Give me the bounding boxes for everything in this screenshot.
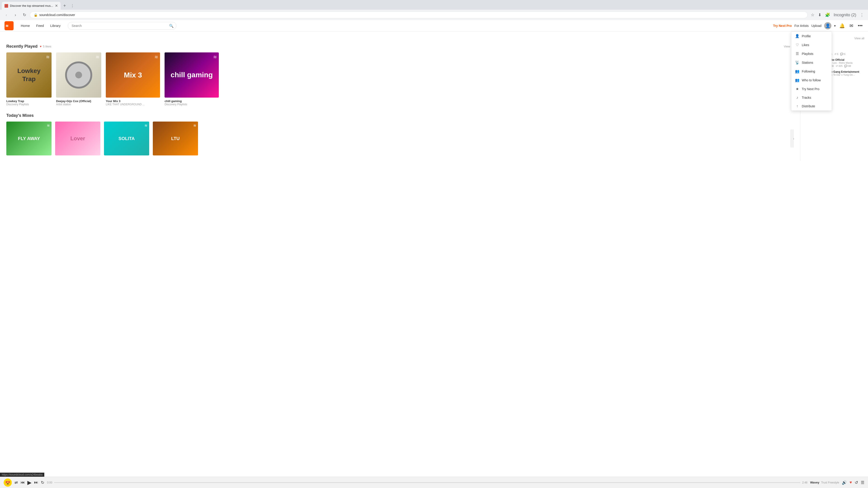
download-button[interactable]: ⬇ <box>817 11 823 19</box>
todays-mixes-title: Today's Mixes <box>6 113 34 118</box>
player-right: Wavey Trust Freestyle 🔊 ♥ ↺ ☰ <box>810 480 864 485</box>
recently-played-grid: Lowkey Trap ≋ Lowkey Trap Discovery Play… <box>6 53 794 106</box>
notifications-button[interactable]: 🔔 <box>838 22 846 29</box>
sc-header: ≋ Home Feed Library 🔍 Try Next Pro For A… <box>0 20 868 31</box>
mix-card-flyaway[interactable]: FLY AWAY ≋ <box>6 122 52 156</box>
dropdown-try-next-pro[interactable]: ★ Try Next Pro <box>792 85 832 93</box>
nav-library[interactable]: Library <box>48 22 63 29</box>
deejay-disc <box>65 61 92 89</box>
card-lowkey-trap[interactable]: Lowkey Trap ≋ Lowkey Trap Discovery Play… <box>6 53 52 106</box>
card-chill-gaming[interactable]: chill gaming ≋ chill gaming Discovery Pl… <box>164 53 219 106</box>
playlists-icon: ☰ <box>795 52 800 56</box>
search-input[interactable] <box>68 22 176 30</box>
security-icon: 🔒 <box>34 13 37 17</box>
tab-extras: ⋮ <box>70 3 75 9</box>
lover-text: Lover <box>70 135 85 142</box>
dropdown-who-to-follow[interactable]: 👥 Who to follow <box>792 76 832 85</box>
upload-link[interactable]: Upload <box>811 24 822 28</box>
new-tab-button[interactable]: + <box>61 3 68 9</box>
flyaway-text: FLY AWAY <box>18 136 40 141</box>
soundcloud-watermark-4: ≋ <box>213 54 217 60</box>
url-text: soundcloud.com/discover <box>39 13 804 17</box>
play-button[interactable]: ▶ <box>27 480 31 486</box>
active-tab[interactable]: 🎵 Discover the top streamed mus... ✕ <box>2 2 61 10</box>
forward-button[interactable]: › <box>12 11 19 19</box>
listening-history-view-all[interactable]: View all <box>854 37 864 40</box>
dropdown-distribute[interactable]: ↑ Distribute <box>792 102 832 110</box>
messages-button[interactable]: ✉ <box>848 22 854 29</box>
sc-logo[interactable]: ≋ <box>4 21 13 30</box>
mix-thumb-ltu: LTU ≋ <box>153 122 198 156</box>
chill-gaming-text: chill gaming <box>170 71 213 79</box>
repeat-button[interactable]: ↻ <box>41 480 44 485</box>
more-button[interactable]: ••• <box>857 22 864 29</box>
queue-button[interactable]: ☰ <box>861 480 864 485</box>
player-controls: ⇌ ⏮ ▶ ⏭ ↻ <box>14 480 44 486</box>
user-avatar-button[interactable]: 👤 <box>824 22 831 29</box>
status-url: https://soundcloud.com/a24beaba <box>2 473 42 476</box>
for-artists-link[interactable]: For Artists <box>795 24 809 28</box>
recently-played-title: Recently Played <box>6 44 37 49</box>
soundcloud-watermark-1: ≋ <box>46 54 50 60</box>
avatar-chevron[interactable]: ▾ <box>834 24 836 28</box>
stations-icon: 📡 <box>795 60 800 65</box>
dropdown-profile[interactable]: 👤 Profile <box>792 32 832 40</box>
tracks-label: Tracks <box>802 96 811 99</box>
progress-bar[interactable] <box>54 482 800 483</box>
mix-card-ltu[interactable]: LTU ≋ <box>153 122 198 156</box>
ltu-text: LTU <box>171 136 180 141</box>
comments-djlex: 💬 88 <box>844 65 851 68</box>
tab-menu-button[interactable]: ⋮ <box>70 3 75 9</box>
tab-close-button[interactable]: ✕ <box>55 4 58 8</box>
card-title-deejay: Deejay-Gijs Cox (Official) <box>56 99 101 103</box>
repost-button[interactable]: ↺ <box>855 480 858 485</box>
try-next-pro-link[interactable]: Try Next Pro <box>773 24 792 28</box>
dropdown-playlists[interactable]: ☰ Playlists <box>792 49 832 58</box>
card-thumb-mix3: Mix 3 ≋ <box>106 53 160 98</box>
back-button[interactable]: ‹ <box>3 11 10 19</box>
extensions-button[interactable]: 🧩 <box>824 11 831 19</box>
nav-feed[interactable]: Feed <box>33 22 46 29</box>
dropdown-tracks[interactable]: ♪ Tracks <box>792 93 832 102</box>
try-next-pro-label: Try Next Pro <box>802 87 819 91</box>
mix-thumb-flyaway: FLY AWAY ≋ <box>6 122 52 156</box>
address-bar[interactable]: 🔒 soundcloud.com/discover <box>30 11 808 18</box>
like-button[interactable]: ♥ <box>849 480 852 485</box>
card-mix3[interactable]: Mix 3 ≋ Your Mix 3 LIKE THAT UNDERGROUND… <box>106 53 160 106</box>
search-icon-button[interactable]: 🔍 <box>169 24 174 28</box>
dropdown-stations[interactable]: 📡 Stations <box>792 58 832 67</box>
stations-label: Stations <box>802 61 813 64</box>
sc-navigation: Home Feed Library <box>18 22 63 29</box>
mix-card-solita[interactable]: SOLITA ≋ <box>104 122 149 156</box>
bookmark-button[interactable]: ☆ <box>809 11 816 19</box>
dropdown-following[interactable]: 👥 Following <box>792 67 832 76</box>
soundcloud-watermark-2: ≋ <box>96 54 99 60</box>
chrome-menu-button[interactable]: ⋮ <box>859 11 865 19</box>
sc-main-layout: Recently Played ♥ 5 likes View all Lowke <box>0 31 868 161</box>
shuffle-button[interactable]: ⇌ <box>14 480 18 485</box>
incognito-button[interactable]: Incognito (2) <box>832 11 858 19</box>
mix-thumb-solita: SOLITA ≋ <box>104 122 149 156</box>
card-thumb-deejay: ≋ <box>56 53 101 98</box>
profile-icon: 👤 <box>795 34 800 38</box>
playlists-label: Playlists <box>802 52 813 56</box>
search-wrapper: 🔍 <box>68 22 176 30</box>
browser-toolbar: ‹ › ↻ 🔒 soundcloud.com/discover ☆ ⬇ 🧩 In… <box>0 10 868 20</box>
nav-home[interactable]: Home <box>18 22 33 29</box>
prev-button[interactable]: ⏮ <box>21 480 25 485</box>
player-progress: 0:00 2:48 <box>47 481 807 484</box>
reposts-djlex: ↺ 325 <box>836 65 842 68</box>
soundcloud-watermark-3: ≋ <box>154 54 158 60</box>
volume-icon[interactable]: 🔊 <box>842 480 847 485</box>
tracks-icon: ♪ <box>795 96 800 100</box>
recently-played-header: Recently Played ♥ 5 likes View all <box>6 44 794 49</box>
mix-next-button[interactable]: › <box>790 129 794 148</box>
next-button[interactable]: ⏭ <box>34 480 38 485</box>
reload-button[interactable]: ↻ <box>21 11 28 19</box>
dropdown-likes[interactable]: ♡ Likes <box>792 40 832 49</box>
card-deejay[interactable]: ≋ Deejay-Gijs Cox (Official) Artist stat… <box>56 53 101 106</box>
todays-mixes-section: Today's Mixes FLY AWAY ≋ Lover <box>6 113 794 156</box>
comments-wavey: 💬 6 <box>840 53 845 56</box>
section-header-left: Recently Played ♥ 5 likes <box>6 44 51 49</box>
mix-card-lover[interactable]: Lover <box>55 122 100 156</box>
